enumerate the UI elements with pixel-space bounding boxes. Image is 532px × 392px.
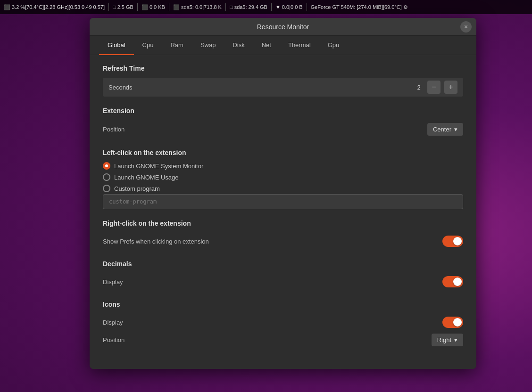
right-click-section: Right-click on the extension Show Prefs … xyxy=(103,220,463,250)
position-dropdown[interactable]: Center ▾ xyxy=(427,123,463,136)
chevron-down-icon-2: ▾ xyxy=(454,336,457,343)
radio-group: Launch GNOME System Monitor Launch GNOME… xyxy=(103,162,463,192)
refresh-time-section: Refresh Time Seconds 2 − + xyxy=(103,65,463,97)
cpu-stat: ⬛ 3.2 %[70.4°C][2.28 GHz][0.53 0.49 0.57… xyxy=(4,4,105,10)
dialog-content: Refresh Time Seconds 2 − + Extension Pos… xyxy=(90,55,476,369)
position-label: Position xyxy=(103,126,125,133)
icons-position-dropdown[interactable]: Right ▾ xyxy=(432,334,463,346)
tab-gpu[interactable]: Gpu xyxy=(319,36,348,55)
extension-title: Extension xyxy=(103,107,463,114)
radio-custom-program[interactable]: Custom program xyxy=(103,185,463,192)
radio-circle-custom xyxy=(103,185,110,192)
cpu-icon: ⬛ xyxy=(4,4,10,10)
net-stat: ▼ 0.0|0.0 B xyxy=(275,4,303,10)
icons-position-row: Position Right ▾ xyxy=(103,331,463,349)
icons-position-label: Position xyxy=(103,336,125,343)
seconds-value: 2 xyxy=(414,84,424,91)
icons-display-toggle[interactable] xyxy=(442,317,463,328)
increment-button[interactable]: + xyxy=(444,81,457,94)
radio-launch-system-monitor[interactable]: Launch GNOME System Monitor xyxy=(103,162,463,170)
radio-label-custom: Custom program xyxy=(114,185,160,192)
close-button[interactable]: × xyxy=(460,21,472,33)
sep6 xyxy=(307,3,307,11)
dialog-title: Resource Monitor xyxy=(257,23,309,31)
disk-sda5-icon: ⬛ xyxy=(173,4,180,10)
sep1 xyxy=(108,3,109,11)
sep4 xyxy=(225,3,226,11)
disk-total-icon: □ xyxy=(230,4,233,10)
show-prefs-label: Show Prefs when clicking on extension xyxy=(103,238,209,245)
icons-section: Icons Display Position Right ▾ xyxy=(103,301,463,349)
tab-thermal[interactable]: Thermal xyxy=(280,36,319,55)
decimals-display-row: Display xyxy=(103,273,463,290)
tab-disk[interactable]: Disk xyxy=(224,36,253,55)
right-click-title: Right-click on the extension xyxy=(103,220,463,227)
tab-global[interactable]: Global xyxy=(99,36,134,55)
icons-title: Icons xyxy=(103,301,463,308)
icons-display-label: Display xyxy=(103,319,123,326)
resource-monitor-dialog: Resource Monitor × Global Cpu Ram Swap D… xyxy=(90,18,476,369)
ram-icon: □ xyxy=(113,4,116,10)
custom-program-input[interactable] xyxy=(103,194,463,209)
disk-sda5-stat: ⬛ sda5: 0.0|713.8 K xyxy=(173,4,222,10)
ram-stat: □ 2.5 GB xyxy=(113,4,133,10)
tab-net[interactable]: Net xyxy=(253,36,280,55)
position-value: Center xyxy=(433,126,451,133)
disk-sda5-total-stat: □ sda5: 29.4 GB xyxy=(230,4,267,10)
gpu-icon: ⚙ xyxy=(403,4,408,10)
show-prefs-toggle[interactable] xyxy=(442,236,463,247)
seconds-right: 2 − + xyxy=(414,81,457,94)
sep3 xyxy=(169,3,169,11)
radio-label-usage: Launch GNOME Usage xyxy=(114,174,179,181)
icons-display-row: Display xyxy=(103,314,463,331)
radio-launch-usage[interactable]: Launch GNOME Usage xyxy=(103,173,463,181)
radio-label-system-monitor: Launch GNOME System Monitor xyxy=(114,163,203,170)
left-click-title: Left-click on the extension xyxy=(103,149,463,156)
radio-circle-usage xyxy=(103,173,110,181)
left-click-section: Left-click on the extension Launch GNOME… xyxy=(103,149,463,209)
show-prefs-row: Show Prefs when clicking on extension xyxy=(103,233,463,250)
net-icon: ▼ xyxy=(275,4,281,10)
tabs-container: Global Cpu Ram Swap Disk Net Thermal Gpu xyxy=(90,36,476,55)
dialog-titlebar: Resource Monitor × xyxy=(90,18,476,36)
decimals-title: Decimals xyxy=(103,260,463,268)
chevron-down-icon: ▾ xyxy=(454,126,457,133)
radio-circle-system-monitor xyxy=(103,162,110,170)
tab-cpu[interactable]: Cpu xyxy=(134,36,162,55)
seconds-control: Seconds 2 − + xyxy=(103,78,463,97)
refresh-time-title: Refresh Time xyxy=(103,65,463,72)
gpu-stat: GeForce GT 540M: [274.0 MiB][69.0°C] ⚙ xyxy=(311,4,408,10)
decimals-display-label: Display xyxy=(103,278,123,286)
tab-swap[interactable]: Swap xyxy=(192,36,224,55)
decimals-section: Decimals Display xyxy=(103,260,463,290)
tab-ram[interactable]: Ram xyxy=(162,36,191,55)
icons-position-value: Right xyxy=(437,336,451,343)
extension-section: Extension Position Center ▾ xyxy=(103,107,463,139)
seconds-label: Seconds xyxy=(108,84,133,91)
disk-icon: ⬛ xyxy=(141,4,148,10)
position-row: Position Center ▾ xyxy=(103,120,463,139)
sep2 xyxy=(137,3,138,11)
decimals-display-toggle[interactable] xyxy=(442,276,463,287)
sep5 xyxy=(271,3,272,11)
disk-read-stat: ⬛ 0.0 KB xyxy=(141,4,165,10)
decrement-button[interactable]: − xyxy=(427,81,441,94)
topbar: ⬛ 3.2 %[70.4°C][2.28 GHz][0.53 0.49 0.57… xyxy=(0,0,532,14)
